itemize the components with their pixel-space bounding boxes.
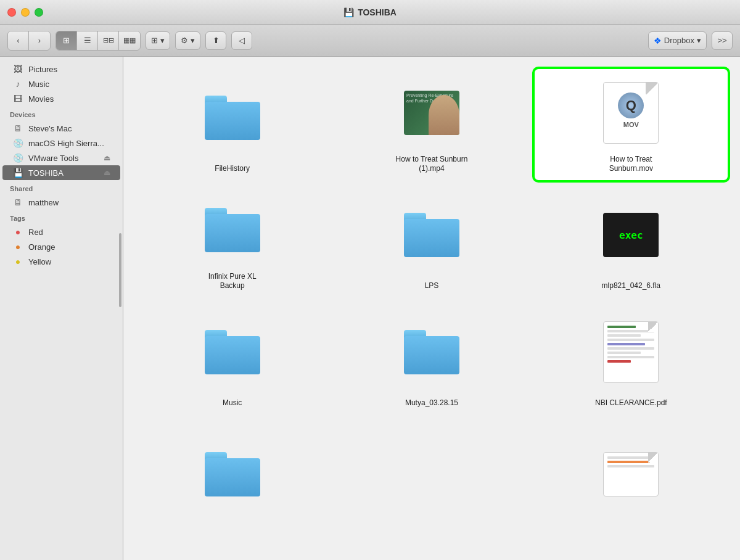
sidebar-label-vmware: VMware Tools	[28, 154, 78, 163]
network-icon-matthew: 🖥	[12, 197, 23, 207]
sidebar-label-yellow: Yellow	[28, 257, 51, 266]
infinix-label: Infinix Pure XL Backup	[195, 272, 269, 291]
toolbar-right: ❖ Dropbox ▾ >>	[648, 31, 733, 50]
sidebar-item-macos[interactable]: 💿 macOS High Sierra...	[2, 136, 120, 150]
movies-icon: 🎞	[12, 94, 23, 104]
eject-vmware-button[interactable]: ⏏	[104, 154, 110, 162]
pictures-icon: 🖼	[12, 64, 23, 74]
path-button[interactable]: ◁	[231, 31, 252, 50]
tags-section-label: Tags	[0, 210, 123, 224]
sidebar-item-steves-mac[interactable]: 🖥 Steve's Mac	[2, 121, 120, 136]
yellow-tag-icon: ●	[12, 257, 23, 266]
file-item-bottom-middle	[335, 421, 528, 532]
devices-section-label: Devices	[0, 106, 123, 121]
nbi-icon	[603, 310, 659, 395]
action-button[interactable]: ⚙ ▾	[175, 31, 200, 50]
close-button[interactable]	[7, 8, 16, 17]
file-item-bottom-right[interactable]	[535, 421, 728, 532]
forward-icon: ›	[38, 36, 41, 45]
file-item-how-to-treat-mov[interactable]: Q MOV How to Treat Sunburn.mov	[535, 69, 728, 180]
sidebar-item-vmware[interactable]: 💿 VMware Tools ⏏	[2, 150, 120, 165]
how-to-treat-mp4-label: How to Treat Sunburn (1).mp4	[395, 155, 469, 174]
how-to-treat-mov-icon: Q MOV	[603, 75, 659, 151]
window-title: TOSHIBA	[358, 7, 397, 17]
toolbar: ‹ › ⊞ ☰ ⊟⊟ ▦▦ ⊞ ▾ ⚙ ▾ ⬆ ◁ ❖ Drop	[0, 25, 740, 57]
disk-icon-vmware: 💿	[12, 153, 23, 163]
dropbox-label: Dropbox	[664, 36, 694, 45]
list-view-button[interactable]: ☰	[77, 31, 98, 50]
dropbox-icon: ❖	[654, 36, 662, 46]
maximize-button[interactable]	[35, 8, 43, 17]
file-item-lps[interactable]: LPS	[335, 186, 528, 297]
lps-icon	[404, 192, 459, 278]
dropbox-chevron: ▾	[697, 36, 701, 45]
view-buttons: ⊞ ☰ ⊟⊟ ▦▦	[56, 31, 141, 51]
back-button[interactable]: ‹	[8, 31, 29, 50]
traffic-lights	[7, 8, 43, 17]
mutya-label: Mutya_03.28.15	[405, 398, 458, 408]
sidebar-label-steves-mac: Steve's Mac	[28, 124, 72, 133]
shared-section-label: Shared	[0, 180, 123, 195]
sidebar-item-pictures[interactable]: 🖼 Pictures	[2, 62, 120, 76]
sidebar-item-music[interactable]: ♪ Music	[2, 76, 120, 91]
filehistory-icon	[205, 75, 260, 160]
nbi-label: NBI CLEARANCE.pdf	[595, 398, 667, 408]
arrange-icon: ⊞	[151, 36, 158, 45]
minimize-button[interactable]	[21, 8, 30, 17]
disk-icon-macos: 💿	[12, 138, 23, 148]
sidebar-label-music: Music	[28, 80, 49, 89]
eject-toshiba-button[interactable]: ⏏	[104, 168, 110, 177]
file-item-nbi[interactable]: NBI CLEARANCE.pdf	[535, 303, 728, 414]
icon-view-button[interactable]: ⊞	[56, 31, 77, 50]
back-icon: ‹	[17, 36, 19, 45]
more-button[interactable]: >>	[712, 31, 733, 50]
more-icon: >>	[717, 36, 726, 45]
mlp821-icon: exec	[603, 192, 659, 278]
sidebar-label-red: Red	[28, 228, 43, 237]
sidebar-item-red[interactable]: ● Red	[2, 224, 120, 239]
bottom-left-icon	[205, 427, 260, 522]
title-bar-content: 💾 TOSHIBA	[343, 7, 397, 17]
sidebar-item-toshiba[interactable]: 💾 TOSHIBA ⏏	[2, 165, 120, 180]
folder-icon-filehistory	[205, 96, 260, 140]
sidebar-item-movies[interactable]: 🎞 Movies	[2, 91, 120, 106]
sidebar: 🖼 Pictures ♪ Music 🎞 Movies Devices 🖥 St…	[0, 57, 123, 560]
how-to-treat-mp4-icon: Preventing Re-Exposureand Further Damage	[404, 75, 459, 151]
file-item-mlp821[interactable]: exec mlp821_042_6.fla	[535, 186, 728, 297]
sidebar-scrollbar[interactable]	[119, 233, 121, 307]
file-item-music[interactable]: Music	[136, 303, 329, 414]
computer-icon: 🖥	[12, 123, 23, 133]
infinix-icon	[205, 192, 260, 268]
nav-buttons: ‹ ›	[7, 31, 51, 51]
bottom-right-icon	[603, 427, 659, 522]
list-view-icon: ☰	[84, 36, 91, 45]
file-item-infinix[interactable]: Infinix Pure XL Backup	[136, 186, 329, 297]
file-item-how-to-treat-mp4[interactable]: Preventing Re-Exposureand Further Damage…	[335, 69, 528, 180]
sidebar-item-orange[interactable]: ● Orange	[2, 239, 120, 254]
sidebar-item-matthew[interactable]: 🖥 matthew	[2, 195, 120, 210]
gear-icon: ⚙	[181, 36, 188, 45]
share-button[interactable]: ⬆	[205, 31, 226, 50]
mutya-icon	[404, 310, 459, 395]
icon-view-icon: ⊞	[63, 36, 70, 45]
file-area: FileHistory Preventing Re-Exposureand Fu…	[123, 57, 740, 560]
file-item-mutya[interactable]: Mutya_03.28.15	[335, 303, 528, 414]
sidebar-label-macos: macOS High Sierra...	[28, 139, 104, 148]
arrange-button[interactable]: ⊞ ▾	[146, 31, 170, 50]
sidebar-label-pictures: Pictures	[28, 65, 57, 74]
hdd-icon: 💾	[343, 7, 354, 17]
filehistory-label: FileHistory	[215, 164, 250, 174]
music-folder-icon	[205, 310, 260, 395]
main-content: 🖼 Pictures ♪ Music 🎞 Movies Devices 🖥 St…	[0, 57, 740, 560]
forward-button[interactable]: ›	[29, 31, 50, 50]
how-to-treat-mov-label: How to Treat Sunburn.mov	[594, 155, 668, 174]
title-bar: 💾 TOSHIBA	[0, 0, 740, 25]
action-chevron: ▾	[191, 36, 195, 45]
column-view-button[interactable]: ⊟⊟	[98, 31, 119, 50]
coverflow-view-button[interactable]: ▦▦	[119, 31, 140, 50]
arrange-chevron: ▾	[160, 36, 165, 45]
file-item-filehistory[interactable]: FileHistory	[136, 69, 329, 180]
sidebar-item-yellow[interactable]: ● Yellow	[2, 254, 120, 269]
dropbox-button[interactable]: ❖ Dropbox ▾	[648, 31, 707, 50]
file-item-bottom-left[interactable]	[136, 421, 329, 532]
